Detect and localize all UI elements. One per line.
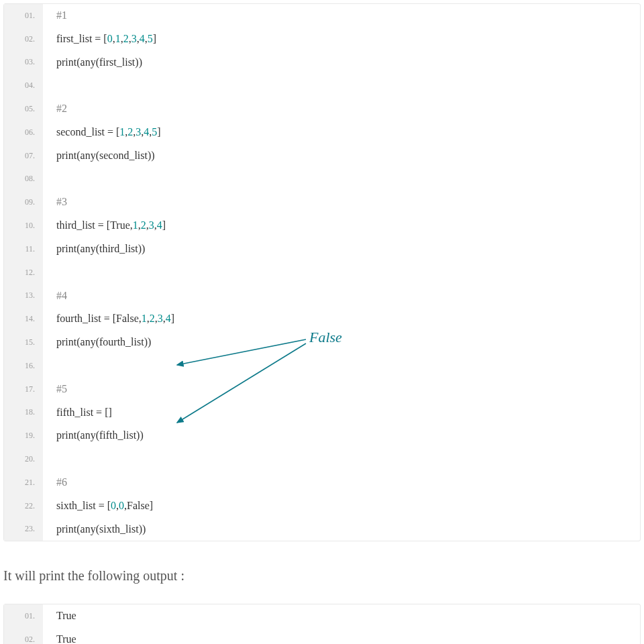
token: 3 <box>131 33 137 44</box>
token: #6 <box>56 476 67 488</box>
code-cell: #3 <box>43 191 640 214</box>
code-line: 17.#5 <box>4 378 640 401</box>
token: False <box>116 313 139 324</box>
token: print(any(sixth_list)) <box>56 523 146 535</box>
line-number: 23. <box>4 518 43 541</box>
code-line: 22.sixth_list = [0,0,False] <box>4 494 640 518</box>
token: 3 <box>158 313 163 324</box>
code-line: 01.#1 <box>4 4 640 28</box>
token: 4 <box>140 33 145 44</box>
code-cell: #5 <box>43 378 640 401</box>
code-line: 19.print(any(fifth_list)) <box>4 424 640 447</box>
token: ] <box>150 500 153 511</box>
token: 3 <box>149 219 154 231</box>
code-line: 08. <box>4 168 640 191</box>
code-cell: sixth_list = [0,0,False] <box>43 494 640 518</box>
token: 0 <box>111 500 116 511</box>
code-cell <box>43 354 640 378</box>
line-number: 14. <box>4 307 43 331</box>
token: second_list = <box>56 126 116 138</box>
token: True <box>110 219 130 231</box>
code-line: 18.fifth_list = [] <box>4 401 640 425</box>
code-block-1: 01.#102.first_list = [0,1,2,3,4,5]03.pri… <box>3 3 641 541</box>
code-cell: #1 <box>43 4 640 28</box>
code-cell: fifth_list = [] <box>43 401 640 425</box>
line-number: 02. <box>4 28 43 51</box>
code-cell: #6 <box>43 471 640 494</box>
code-line: 05.#2 <box>4 97 640 121</box>
code-cell: True <box>43 628 640 644</box>
token: 1 <box>115 33 121 44</box>
code-line: 03.print(any(first_list)) <box>4 51 640 74</box>
token: 1 <box>133 219 138 231</box>
line-number: 03. <box>4 51 43 74</box>
token: True <box>56 610 76 621</box>
token: #1 <box>56 9 67 21</box>
line-number: 10. <box>4 214 43 237</box>
token: ] <box>157 126 160 138</box>
code-cell <box>43 168 640 191</box>
token: third_list = <box>56 219 107 231</box>
token: fourth_list = <box>56 313 113 324</box>
token: #4 <box>56 290 67 301</box>
code-cell: print(any(second_list)) <box>43 144 640 168</box>
token: first_list = <box>56 33 103 44</box>
token: ] <box>162 219 166 231</box>
line-number: 16. <box>4 354 43 378</box>
token: 2 <box>141 219 146 231</box>
token: [] <box>105 407 112 418</box>
token: fifth_list = <box>56 407 105 418</box>
line-number: 18. <box>4 401 43 425</box>
line-number: 19. <box>4 424 43 447</box>
token: print(any(second_list)) <box>56 150 155 161</box>
code-cell <box>43 261 640 284</box>
code-table-1: 01.#102.first_list = [0,1,2,3,4,5]03.pri… <box>4 4 640 541</box>
token: print(any(fifth_list)) <box>56 429 144 441</box>
line-number: 02. <box>4 628 43 644</box>
code-line: 14.fourth_list = [False,1,2,3,4] <box>4 307 640 331</box>
code-line: 04. <box>4 74 640 97</box>
line-number: 05. <box>4 97 43 121</box>
code-line: 13.#4 <box>4 284 640 308</box>
line-number: 01. <box>4 604 43 628</box>
code-cell <box>43 74 640 97</box>
code-cell: second_list = [1,2,3,4,5] <box>43 121 640 144</box>
code-line: 23.print(any(sixth_list)) <box>4 518 640 541</box>
token: ] <box>153 33 156 44</box>
code-cell: print(any(fifth_list)) <box>43 424 640 447</box>
code-line: 02.True <box>4 628 640 644</box>
token: 4 <box>166 313 171 324</box>
code-line: 12. <box>4 261 640 284</box>
token: 2 <box>150 313 155 324</box>
output-intro-text: It will print the following output : <box>3 568 641 584</box>
code-line: 20. <box>4 447 640 471</box>
code-cell: print(any(sixth_list)) <box>43 518 640 541</box>
code-line: 02.first_list = [0,1,2,3,4,5] <box>4 28 640 51</box>
code-cell: #2 <box>43 97 640 121</box>
line-number: 07. <box>4 144 43 168</box>
code-block-2: 01.True02.True03.True04.True05.False06.F… <box>3 604 641 644</box>
code-line: 21.#6 <box>4 471 640 494</box>
line-number: 04. <box>4 74 43 97</box>
code-cell: fourth_list = [False,1,2,3,4] <box>43 307 640 331</box>
line-number: 20. <box>4 447 43 471</box>
token: #2 <box>56 103 67 114</box>
line-number: 15. <box>4 331 43 354</box>
line-number: 17. <box>4 378 43 401</box>
code-cell: #4 <box>43 284 640 308</box>
code-cell: third_list = [True,1,2,3,4] <box>43 214 640 237</box>
code-cell <box>43 447 640 471</box>
token: #5 <box>56 383 67 394</box>
token: 0 <box>119 500 124 511</box>
token: True <box>56 633 76 644</box>
code-line: 10.third_list = [True,1,2,3,4] <box>4 214 640 237</box>
line-number: 11. <box>4 237 43 261</box>
code-line: 11.print(any(third_list)) <box>4 237 640 261</box>
line-number: 06. <box>4 121 43 144</box>
line-number: 13. <box>4 284 43 308</box>
token: #3 <box>56 196 67 207</box>
line-number: 01. <box>4 4 43 28</box>
token: 1 <box>142 313 147 324</box>
code-line: 06.second_list = [1,2,3,4,5] <box>4 121 640 144</box>
token: False <box>127 500 150 511</box>
